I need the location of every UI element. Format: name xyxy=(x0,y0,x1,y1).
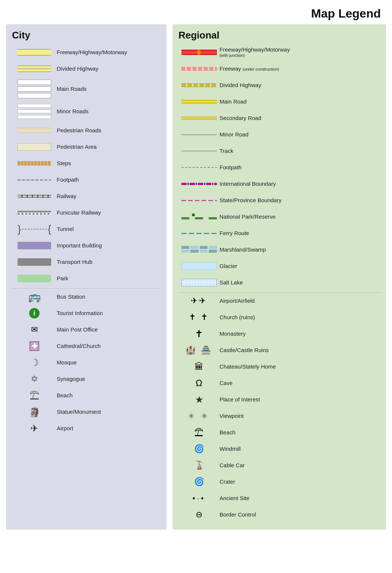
reg-secondary-symbol xyxy=(178,117,220,120)
list-item: 🌀 Windmill xyxy=(178,442,380,456)
footpath-label: Footpath xyxy=(57,176,79,183)
post-office-label: Main Post Office xyxy=(57,326,98,333)
steps-symbol xyxy=(12,161,57,166)
pedestrian-roads-symbol xyxy=(12,128,57,133)
list-item: National Park/Reserve xyxy=(178,210,380,224)
list-item: Pedestrian Roads xyxy=(12,124,161,137)
list-item: 🚌 Bus Station xyxy=(12,290,161,304)
info-icon: i xyxy=(29,308,40,318)
airplane-icon: ✈ xyxy=(30,423,38,434)
reg-state-label: State/Province Boundary xyxy=(220,197,281,204)
list-item: Freeway (under construction) xyxy=(178,62,380,76)
reg-airport-label: Airport/Airfield xyxy=(220,298,255,304)
reg-intl-label: International Boundary xyxy=(220,181,276,187)
ancient-site-icon: •·• xyxy=(193,494,206,503)
reg-airport-symbol: ✈✈ xyxy=(178,296,220,306)
reg-beach-label: Beach xyxy=(220,429,236,436)
pedestrian-area-label: Pedestrian Area xyxy=(57,144,97,150)
reg-castle-label: Castle/Castle Ruins xyxy=(220,347,269,354)
reg-freeway-const-label: Freeway (under construction) xyxy=(220,65,279,72)
list-item: 🏰 🏯 Castle/Castle Ruins xyxy=(178,344,380,357)
reg-poi-label: Place of Interest xyxy=(220,396,260,403)
reg-windmill-symbol: 🌀 xyxy=(178,444,220,454)
transport-hub-symbol xyxy=(12,258,57,266)
list-item: ✚ Cathedral/Church xyxy=(12,339,161,353)
reg-border-label: Border Control xyxy=(220,511,256,518)
church-symbol: ✚ xyxy=(12,341,57,351)
reg-state-symbol xyxy=(178,200,220,201)
list-item: Divided Highway xyxy=(12,62,161,76)
list-item: 🗿 Statue/Monument xyxy=(12,405,161,419)
crescent-icon: ☽ xyxy=(30,357,39,369)
reg-monastery-symbol: ✝ xyxy=(178,328,220,340)
reg-church-label: Church (ruins) xyxy=(220,314,255,321)
page-title: Map Legend xyxy=(0,0,392,24)
reg-ancient-label: Ancient Site xyxy=(220,495,249,502)
park-symbol xyxy=(12,275,57,282)
list-item: Ω Cave xyxy=(178,376,380,390)
monastery-cross-icon: ✝ xyxy=(195,328,203,340)
post-office-symbol: ✉ xyxy=(12,326,57,334)
house-icon: 🏛 xyxy=(195,361,203,372)
reg-freeway-symbol xyxy=(178,50,220,55)
reg-np-symbol xyxy=(178,213,220,220)
reg-track-label: Track xyxy=(220,148,233,154)
list-item: State/Province Boundary xyxy=(178,194,380,207)
reg-poi-symbol: ★ xyxy=(178,394,220,406)
reg-marsh-label: Marshland/Swamp xyxy=(220,246,266,253)
mosque-label: Mosque xyxy=(57,359,77,366)
list-item: ★ Place of Interest xyxy=(178,393,380,406)
reg-salt-symbol xyxy=(178,279,220,286)
list-item: Salt Lake xyxy=(178,276,380,289)
statue-label: Statue/Monument xyxy=(57,409,101,415)
divided-symbol xyxy=(12,65,57,72)
list-item: ⊖ Border Control xyxy=(178,508,380,521)
tourist-info-symbol: i xyxy=(12,308,57,318)
main-roads-label: Main Roads xyxy=(57,86,87,92)
reg-intl-symbol xyxy=(178,183,220,185)
reg-chateau-label: Chateau/Stately Home xyxy=(220,363,276,370)
list-item: Minor Roads xyxy=(12,102,161,121)
list-item: Main Road xyxy=(178,95,380,108)
reg-freeway-const-symbol xyxy=(178,67,220,71)
reg-divided-symbol xyxy=(178,83,220,87)
tunnel-label: Tunnel xyxy=(57,226,74,232)
reg-beach-icon: ⛱ xyxy=(195,427,203,438)
railway-label: Railway xyxy=(57,193,77,200)
list-item: 🏛 Chateau/Stately Home xyxy=(178,360,380,373)
reg-minor-symbol xyxy=(178,134,220,135)
list-item: ⛱ Beach xyxy=(12,389,161,402)
list-item: Park xyxy=(12,272,161,285)
funicular-label: Funicular Railway xyxy=(57,209,101,216)
list-item: Steps xyxy=(12,157,161,170)
reg-cablecar-label: Cable Car xyxy=(220,462,245,469)
reg-salt-label: Salt Lake xyxy=(220,279,243,286)
list-item: ⛱ Beach xyxy=(178,426,380,439)
airplane-pair-icon: ✈✈ xyxy=(191,296,207,306)
tunnel-symbol-cell: } { xyxy=(12,224,57,234)
bus-icon: 🚌 xyxy=(28,292,41,302)
reg-divided-label: Divided Highway xyxy=(220,82,261,89)
list-item: Minor Road xyxy=(178,128,380,141)
reg-viewpoint-symbol: ✳ ✳ xyxy=(178,412,220,420)
reg-glacier-label: Glacier xyxy=(220,263,237,269)
reg-church-symbol: ✝ ✝ xyxy=(178,312,220,322)
church-icon: ✚ xyxy=(29,341,39,351)
star-icon: ★ xyxy=(195,394,203,406)
cave-icon: Ω xyxy=(196,378,202,388)
list-item: Secondary Road xyxy=(178,111,380,125)
list-item: •·• Ancient Site xyxy=(178,492,380,505)
park-label: Park xyxy=(57,275,68,282)
list-item: ✈✈ Airport/Airfield xyxy=(178,294,380,308)
reg-windmill-label: Windmill xyxy=(220,446,241,452)
reg-ferry-label: Ferry Route xyxy=(220,230,249,237)
minor-roads-symbol xyxy=(12,104,57,119)
list-item: Footpath xyxy=(178,161,380,174)
castle-icon: 🏰 🏯 xyxy=(186,345,212,355)
funicular-symbol xyxy=(12,211,57,215)
list-item: Main Roads xyxy=(12,78,161,99)
reg-ancient-symbol: •·• xyxy=(178,494,220,503)
pedestrian-roads-label: Pedestrian Roads xyxy=(57,127,101,134)
viewpoint-icon: ✳ ✳ xyxy=(188,412,210,420)
bus-station-symbol: 🚌 xyxy=(12,292,57,302)
